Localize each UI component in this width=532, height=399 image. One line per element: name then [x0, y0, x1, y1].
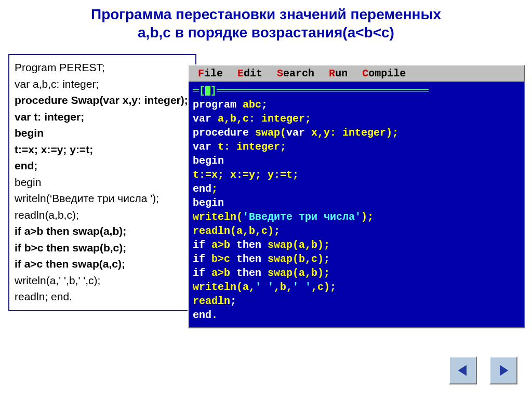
title-line2: a,b,c в порядке возрастания(a<b<c): [21, 23, 511, 42]
editor-header: ═[]══════════════════════════════════: [193, 84, 520, 98]
code-line: end;: [15, 157, 190, 174]
code-line: var a,b,c: integer;: [15, 76, 190, 92]
code-line: var t: integer;: [15, 109, 190, 125]
code-line: readln(a,b,c);: [15, 207, 190, 223]
menu-search[interactable]: Search: [277, 68, 314, 79]
next-button[interactable]: [489, 356, 517, 384]
triangle-right-icon: [496, 363, 511, 378]
code-line: t:=x; x:=y; y:=t;: [15, 141, 190, 158]
code-line: begin: [15, 125, 190, 141]
code-line: procedure Swap(var x,y: integer);: [15, 92, 190, 109]
slide-title: Программа перестановки значений переменн…: [0, 0, 532, 45]
triangle-left-icon: [456, 363, 470, 378]
code-line: if a>b then swap(a,b);: [15, 223, 190, 240]
menu-compile[interactable]: Compile: [362, 68, 406, 79]
prev-button[interactable]: [449, 356, 477, 384]
menu-file[interactable]: File: [192, 68, 223, 79]
ide-menubar: File Edit Search Run Compile: [189, 65, 524, 82]
code-line: Program PEREST;: [15, 59, 190, 76]
code-line: writeln(‘Введите три числа ');: [15, 190, 190, 207]
ide-window: File Edit Search Run Compile ═[]════════…: [188, 64, 525, 328]
menu-edit[interactable]: Edit: [237, 68, 262, 79]
menu-run[interactable]: Run: [329, 68, 348, 79]
code-line: readln; end.: [15, 288, 190, 305]
code-line: if b>c then swap(b,c);: [15, 240, 190, 256]
code-line: writeln(a,' ',b,' ',c);: [15, 272, 190, 289]
code-line: begin: [15, 174, 190, 191]
nav-controls: [449, 356, 517, 384]
code-line: if a>c then swap(a,c);: [15, 256, 190, 272]
title-line1: Программа перестановки значений переменн…: [21, 5, 511, 23]
ide-editor[interactable]: ═[]══════════════════════════════════ pr…: [189, 82, 524, 327]
code-listing-box: Program PEREST;var a,b,c: integer;proced…: [8, 54, 196, 311]
